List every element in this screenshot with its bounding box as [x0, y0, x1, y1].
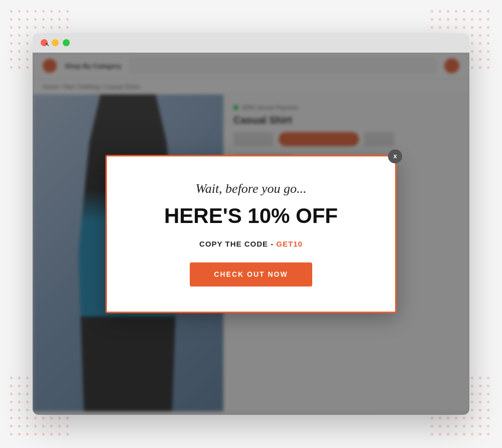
popup-code-value[interactable]: GET10	[276, 240, 303, 248]
popup-title: HERE'S 10% OFF	[137, 204, 365, 228]
popup-modal: x Wait, before you go... HERE'S 10% OFF …	[105, 155, 397, 313]
browser-content: Shop By Category Home / Men Clothing / C…	[33, 53, 469, 415]
maximize-window-button[interactable]: +	[63, 39, 70, 46]
browser-titlebar: × ↖ − +	[33, 33, 469, 53]
close-window-button[interactable]: × ↖	[41, 39, 48, 46]
minimize-window-button[interactable]: −	[52, 39, 59, 46]
popup-subtitle: Wait, before you go...	[137, 181, 365, 196]
popup-code-line: COPY THE CODE - GET10	[137, 240, 365, 248]
browser-window: × ↖ − + Shop By Category Home / Men Clot…	[33, 33, 469, 415]
minimize-icon: −	[54, 40, 56, 45]
checkout-now-button[interactable]: CHECK OUT NOW	[190, 262, 312, 286]
popup-code-prefix: COPY THE CODE -	[199, 240, 276, 248]
maximize-icon: +	[65, 40, 67, 45]
cursor-icon: ↖	[45, 42, 49, 47]
popup-close-button[interactable]: x	[388, 149, 402, 163]
